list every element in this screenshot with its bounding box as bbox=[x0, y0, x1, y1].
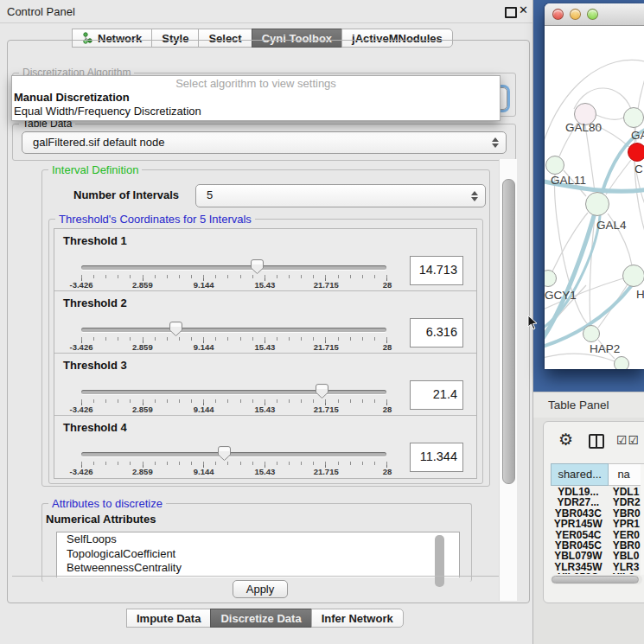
slider-thumb[interactable] bbox=[218, 446, 231, 461]
tick-label: 28 bbox=[383, 405, 392, 414]
checkbox-icons[interactable]: ☑☑ bbox=[616, 433, 640, 447]
cell-shared-name: YPR145W bbox=[551, 518, 606, 528]
threshold-value-field[interactable]: 21.4 bbox=[410, 380, 463, 410]
close-icon[interactable]: ✕ bbox=[519, 3, 528, 16]
network-node[interactable] bbox=[585, 192, 609, 216]
network-node[interactable] bbox=[622, 265, 644, 287]
combo-value: galFiltered.sif default node bbox=[33, 132, 164, 153]
table-row[interactable]: YIL052C YIL0 bbox=[551, 571, 644, 574]
panel-scrollbar-thumb[interactable] bbox=[502, 179, 515, 484]
threshold-value-field[interactable]: 11.344 bbox=[410, 443, 463, 472]
cell-shared-name: YIL052C bbox=[551, 571, 606, 574]
table-row[interactable]: YER054C YER0 bbox=[551, 529, 644, 539]
float-window-icon[interactable] bbox=[505, 7, 517, 18]
control-panel-window: Control Panel ✕ Network bbox=[0, 0, 533, 644]
combo-value: 5 bbox=[207, 185, 213, 206]
cell-shared-name: YBR043C bbox=[551, 507, 606, 518]
column-header[interactable]: na bbox=[609, 463, 644, 486]
tick-label: 15.43 bbox=[255, 467, 276, 476]
attribute-list-item[interactable]: BetweennessCentrality bbox=[57, 561, 459, 576]
thresholds-group: Threshold's Coordinates for 5 Intervals … bbox=[48, 219, 483, 484]
tick-label: 9.144 bbox=[194, 467, 214, 476]
number-of-intervals-combobox[interactable]: 5 bbox=[195, 184, 486, 207]
tick-label: 2.859 bbox=[132, 467, 153, 476]
node-label: H bbox=[636, 288, 644, 301]
table-row[interactable]: YBL079W YBL0 bbox=[551, 550, 644, 560]
bottom-tab-bar: Impute Data Discretize Data Infer Networ… bbox=[127, 609, 404, 628]
cell-shared-name: YBL079W bbox=[551, 550, 606, 560]
combo-arrows-icon bbox=[471, 191, 478, 201]
apply-button[interactable]: Apply bbox=[233, 580, 288, 598]
node-label: GAL4 bbox=[596, 219, 627, 232]
close-traffic-light-icon[interactable] bbox=[552, 9, 564, 20]
attribute-list-item[interactable]: SelfLoops bbox=[57, 532, 459, 547]
table-panel-header: Table Panel bbox=[533, 392, 644, 418]
network-node[interactable] bbox=[545, 270, 557, 287]
slider-thumb[interactable] bbox=[251, 259, 264, 274]
network-node[interactable] bbox=[583, 325, 600, 342]
slider-thumb[interactable] bbox=[169, 322, 182, 336]
node-label: GAL11 bbox=[551, 174, 586, 187]
table-row[interactable]: YDL19... YDL1 bbox=[551, 486, 644, 496]
tick-label: 15.43 bbox=[255, 405, 276, 414]
table-data-group: Table Data galFiltered.sif default node bbox=[12, 124, 516, 161]
split-columns-icon[interactable] bbox=[589, 434, 604, 449]
table-row[interactable]: YPR145W YPR1 bbox=[551, 518, 644, 528]
tick-label: 9.144 bbox=[194, 280, 214, 290]
table-row[interactable]: YBR045C YBR0 bbox=[551, 539, 644, 550]
network-node[interactable] bbox=[623, 107, 644, 128]
table-row[interactable]: YDR27... YDR2 bbox=[551, 496, 644, 507]
slider-track[interactable] bbox=[81, 390, 386, 394]
slider-thumb[interactable] bbox=[316, 384, 328, 399]
bottom-tab-label: Infer Network bbox=[322, 612, 393, 625]
slider-tick-labels: -3.4262.8599.14415.4321.71528 bbox=[81, 280, 387, 290]
cell-name: YLR3 bbox=[606, 561, 644, 571]
popup-item-label: Equal Width/Frequency Discretization bbox=[14, 105, 201, 118]
popup-placeholder: Select algorithm to view settings bbox=[12, 77, 500, 91]
column-header[interactable]: shared... bbox=[551, 463, 609, 486]
attributes-list[interactable]: SelfLoopsTopologicalCoefficientBetweenne… bbox=[56, 532, 460, 577]
attributes-group: Attributes to discretize Numerical Attri… bbox=[41, 503, 472, 582]
popup-item-list: Manual Discretization Equal Width/Freque… bbox=[12, 91, 500, 118]
group-title: Threshold's Coordinates for 5 Intervals bbox=[55, 213, 255, 226]
bottom-tab[interactable]: Infer Network bbox=[311, 609, 404, 628]
list-scrollbar-thumb[interactable] bbox=[435, 535, 444, 587]
table-hscrollbar-thumb[interactable] bbox=[552, 576, 639, 583]
group-title: Attributes to discretize bbox=[48, 497, 166, 510]
node-label: HAP2 bbox=[590, 342, 620, 355]
slider-track[interactable] bbox=[81, 328, 386, 332]
popup-item[interactable]: Manual Discretization bbox=[12, 91, 500, 105]
bottom-tab[interactable]: Impute Data bbox=[126, 609, 211, 628]
table-hscrollbar-track[interactable] bbox=[551, 575, 642, 584]
popup-item[interactable]: Equal Width/Frequency Discretization bbox=[12, 105, 500, 118]
node-label: GAL80 bbox=[565, 121, 602, 134]
panel-scrollbar-track[interactable] bbox=[499, 159, 517, 601]
slider-tick-labels: -3.4262.8599.14415.4321.71528 bbox=[81, 342, 387, 353]
slider-track[interactable] bbox=[81, 265, 386, 270]
tick-label: -3.426 bbox=[70, 280, 93, 290]
threshold-value-field[interactable]: 6.316 bbox=[410, 318, 463, 348]
bottom-tab[interactable]: Discretize Data bbox=[210, 609, 311, 628]
table-vscrollbar-track[interactable] bbox=[641, 464, 644, 575]
number-of-intervals-label: Number of Intervals bbox=[73, 188, 179, 201]
network-node[interactable] bbox=[614, 356, 629, 369]
table-data-combobox[interactable]: galFiltered.sif default node bbox=[22, 131, 507, 154]
node-label: C bbox=[634, 163, 643, 175]
table-row[interactable]: YLR345W YLR3 bbox=[551, 561, 644, 571]
threshold-label: Threshold 3 bbox=[63, 359, 127, 372]
zoom-traffic-light-icon[interactable] bbox=[587, 9, 598, 20]
slider-track[interactable] bbox=[81, 452, 386, 456]
combo-arrows-icon bbox=[492, 137, 499, 148]
settings-gear-icon[interactable]: ⚙ bbox=[558, 430, 573, 449]
network-node[interactable] bbox=[628, 143, 644, 162]
threshold-value-field[interactable]: 14.713 bbox=[410, 256, 463, 285]
slider-tick-labels: -3.4262.8599.14415.4321.71528 bbox=[81, 405, 387, 415]
attribute-list-item[interactable]: TopologicalCoefficient bbox=[57, 547, 459, 562]
cell-shared-name: YER054C bbox=[551, 529, 606, 539]
network-node[interactable] bbox=[545, 156, 564, 175]
minimize-traffic-light-icon[interactable] bbox=[570, 9, 581, 20]
tick-label: 2.859 bbox=[132, 280, 153, 290]
scroll-viewport-divider bbox=[12, 576, 516, 577]
table-row[interactable]: YBR043C YBR0 bbox=[551, 507, 644, 518]
network-canvas[interactable]: GAL80GACGAL11GAL4GCY1HHAP2 bbox=[545, 26, 644, 369]
